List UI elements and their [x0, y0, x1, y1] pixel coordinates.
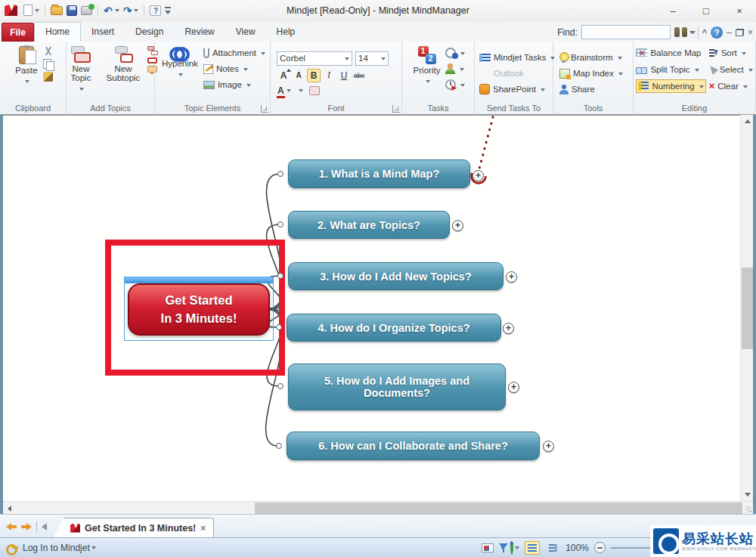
new-topic-button[interactable]: New Topic — [63, 45, 99, 102]
progress-button[interactable] — [445, 46, 465, 60]
bold-button[interactable]: B — [307, 69, 321, 82]
new-subtopic-button[interactable]: New Subtopic — [102, 45, 144, 102]
tab-insert[interactable]: Insert — [81, 23, 125, 42]
expand-button-6[interactable]: + — [543, 441, 554, 452]
clear-button[interactable]: ×Clear — [709, 79, 753, 93]
vertical-scroll-thumb[interactable] — [742, 268, 753, 349]
close-button[interactable]: × — [723, 0, 756, 21]
tab-review[interactable]: Review — [174, 23, 225, 42]
refresh-button[interactable] — [510, 543, 519, 553]
priority-button[interactable]: 12 Priority — [411, 45, 443, 102]
presentation-mode-icon[interactable] — [482, 543, 494, 552]
tab-design[interactable]: Design — [125, 23, 174, 42]
group-clipboard: Paste Clipboard — [0, 42, 67, 114]
collapse-ribbon-button[interactable]: ^ — [702, 28, 707, 37]
cut-button[interactable] — [43, 46, 53, 57]
attachment-button[interactable]: Attachment — [203, 46, 265, 60]
split-topic-button[interactable]: Split Topic — [636, 63, 705, 76]
topic-5[interactable]: 5. How do I Add Images and Documents? — [288, 364, 506, 410]
task-info-button[interactable] — [445, 78, 465, 91]
tab-help[interactable]: Help — [266, 23, 306, 42]
tab-home[interactable]: Home — [34, 22, 81, 42]
expand-button-2[interactable]: + — [452, 220, 463, 231]
find-box — [581, 25, 671, 39]
topic-6[interactable]: 6. How can I Collaborate and Share? — [287, 432, 540, 460]
select-button[interactable]: Select — [709, 63, 753, 76]
sort-button[interactable]: Sort — [709, 46, 753, 60]
underline-button[interactable]: U — [337, 69, 351, 82]
new-subtopic-icon — [113, 46, 133, 63]
hyperlink-button[interactable]: Hyperlink — [160, 45, 200, 102]
italic-button[interactable]: I — [322, 69, 336, 82]
find-input[interactable] — [582, 26, 689, 38]
login-button[interactable]: Log In to Mindjet — [23, 543, 90, 553]
expand-button-5[interactable]: + — [508, 382, 519, 393]
expand-button-1[interactable]: + — [472, 170, 484, 181]
document-tab[interactable]: Get Started In 3 Minutes! × — [53, 518, 214, 537]
zoom-out-button[interactable] — [594, 542, 606, 553]
mdi-close-button[interactable]: × — [748, 27, 753, 38]
mdi-minimize-button[interactable]: – — [727, 27, 732, 38]
brainstorm-button[interactable]: Brainstorm — [559, 51, 622, 64]
font-dialog-launcher-icon[interactable] — [392, 105, 400, 113]
topic-4[interactable]: 4. How do I Organize Topics? — [287, 314, 501, 342]
image-button[interactable]: Image — [203, 78, 265, 91]
mindjet-tasks-button[interactable]: Mindjet Tasks — [479, 51, 555, 64]
sharepoint-button[interactable]: SharePoint — [479, 82, 545, 96]
notes-button[interactable]: Notes — [203, 62, 265, 76]
grow-font-button[interactable]: A — [277, 69, 290, 82]
tab-file[interactable]: File — [2, 23, 34, 42]
vertical-scrollbar[interactable] — [740, 115, 753, 501]
expand-button-4[interactable]: + — [503, 323, 514, 334]
font-family-select[interactable]: Corbel — [277, 51, 352, 66]
format-painter-button[interactable] — [43, 72, 53, 82]
save-button[interactable] — [67, 5, 77, 16]
find-options-button[interactable] — [674, 27, 694, 38]
horizontal-scrollbar[interactable] — [3, 501, 753, 514]
font-color-button[interactable]: A — [277, 85, 291, 96]
topic-1[interactable]: 1. What is a Mind Map? — [288, 159, 470, 188]
expand-button-3[interactable]: + — [506, 271, 517, 283]
nav-back-button[interactable] — [6, 523, 17, 531]
highlight-button[interactable] — [309, 86, 320, 95]
scroll-up-button[interactable] — [741, 115, 754, 128]
tab-view[interactable]: View — [225, 23, 266, 42]
redo-button[interactable]: ↷ — [123, 5, 139, 16]
undo-button[interactable]: ↶ — [104, 5, 119, 16]
maximize-button[interactable]: □ — [689, 0, 723, 21]
central-topic[interactable]: Get Started In 3 Minutes! — [128, 283, 270, 336]
zoom-level: 100% — [565, 543, 589, 553]
font-size-select[interactable]: 14 — [355, 51, 389, 66]
align-button[interactable] — [297, 85, 303, 96]
open-button[interactable] — [51, 6, 63, 15]
fit-map-toggle[interactable] — [525, 541, 540, 555]
map-canvas[interactable]: 1. What is a Mind Map? 2. What are Topic… — [3, 115, 753, 501]
horizontal-scroll-thumb[interactable] — [255, 503, 742, 514]
print-button[interactable] — [81, 6, 92, 15]
strikethrough-button[interactable]: abc — [352, 69, 366, 82]
shrink-font-button[interactable]: A — [292, 69, 305, 82]
help-button[interactable]: ? — [150, 5, 161, 16]
scroll-down-button[interactable] — [741, 488, 754, 501]
nav-forward-button[interactable] — [21, 523, 32, 531]
topic-2[interactable]: 2. What are Topics? — [288, 211, 450, 239]
customize-qat-button[interactable] — [165, 6, 172, 15]
document-tab-close-icon[interactable]: × — [200, 523, 206, 534]
topic-3[interactable]: 3. How do I Add New Topics? — [288, 262, 503, 290]
balance-map-button[interactable]: Balance Map — [636, 46, 705, 60]
outline-view-toggle[interactable] — [545, 541, 560, 555]
minimize-button[interactable]: – — [656, 0, 689, 21]
help-circle-icon[interactable]: ? — [711, 26, 723, 39]
resources-button[interactable] — [445, 62, 465, 76]
copy-button[interactable] — [43, 59, 53, 70]
new-document-button[interactable] — [23, 5, 39, 16]
tab-scroll-left-button[interactable] — [42, 523, 47, 531]
scroll-left-button[interactable] — [3, 502, 16, 515]
paste-button[interactable]: Paste — [13, 45, 39, 102]
filter-button[interactable] — [499, 543, 505, 553]
mdi-restore-button[interactable] — [736, 29, 744, 36]
dialog-launcher-icon[interactable] — [261, 105, 268, 113]
share-button[interactable]: Share — [559, 82, 595, 96]
numbering-button[interactable]: Numbering — [636, 79, 705, 93]
map-index-button[interactable]: Map Index — [559, 67, 623, 80]
